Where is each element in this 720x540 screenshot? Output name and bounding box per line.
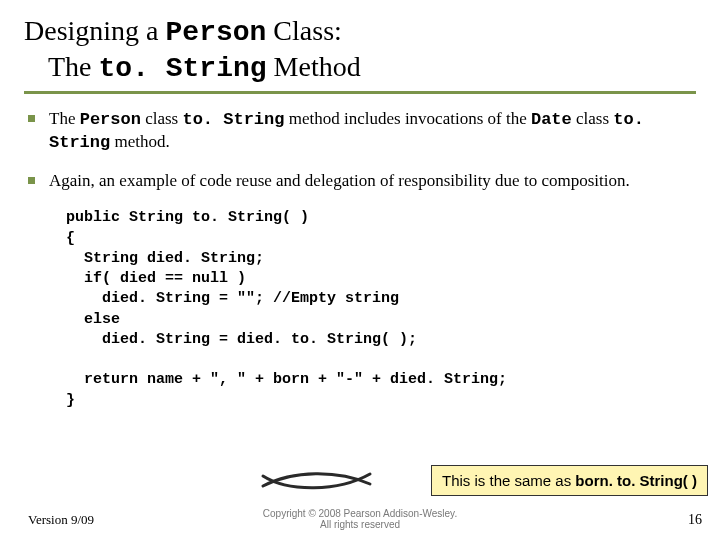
slide: Designing a Person Class: The to. String… xyxy=(0,0,720,540)
inline-code: Date xyxy=(531,110,572,129)
title-code: to. String xyxy=(99,53,267,84)
bullet-text-1: Again, an example of code reuse and dele… xyxy=(49,170,630,192)
title-text: Designing a xyxy=(24,15,166,46)
title-text: Class: xyxy=(266,15,341,46)
inline-code: to. String xyxy=(182,110,284,129)
footer: Version 9/09 Copyright © 2008 Pearson Ad… xyxy=(0,502,720,532)
title-text: The xyxy=(48,51,99,82)
inline-text: method. xyxy=(110,132,170,151)
copyright-line: All rights reserved xyxy=(320,519,400,530)
callout-text: This is the same as xyxy=(442,472,575,489)
title-text: Method xyxy=(267,51,361,82)
title-line-1: Designing a Person Class: xyxy=(24,14,720,50)
title-line-2: The to. String Method xyxy=(24,50,720,86)
code-block: public String to. String( ) { String die… xyxy=(66,208,692,411)
inline-text: Again, an example of code reuse and dele… xyxy=(49,171,630,190)
arrow-scribble-icon xyxy=(258,466,378,494)
page-number: 16 xyxy=(688,512,702,528)
inline-text: The xyxy=(49,109,80,128)
inline-code: Person xyxy=(80,110,141,129)
bullet-icon xyxy=(28,177,35,184)
copyright: Copyright © 2008 Pearson Addison-Wesley.… xyxy=(0,508,720,530)
copyright-line: Copyright © 2008 Pearson Addison-Wesley. xyxy=(263,508,457,519)
inline-text: class xyxy=(141,109,183,128)
inline-text: class xyxy=(572,109,614,128)
title-code: Person xyxy=(166,17,267,48)
bullet-text-0: The Person class to. String method inclu… xyxy=(49,108,692,154)
slide-title: Designing a Person Class: The to. String… xyxy=(0,0,720,85)
callout-code: born. to. String( ) xyxy=(575,472,697,489)
bullet-item: Again, an example of code reuse and dele… xyxy=(28,170,692,192)
bullet-icon xyxy=(28,115,35,122)
callout-box: This is the same as born. to. String( ) xyxy=(431,465,708,496)
bullet-list: The Person class to. String method inclu… xyxy=(0,94,720,192)
inline-text: method includes invocations of the xyxy=(284,109,530,128)
bullet-item: The Person class to. String method inclu… xyxy=(28,108,692,154)
